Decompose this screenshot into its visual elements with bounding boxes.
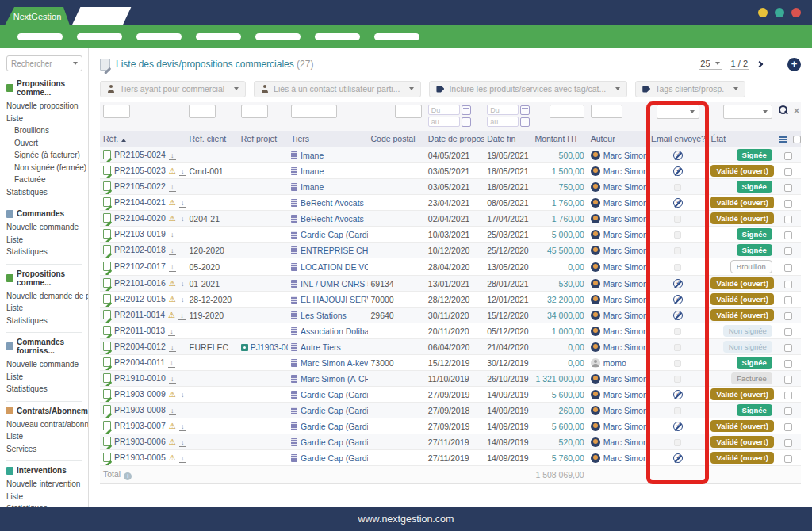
proposal-ref-link[interactable]: PR1903-0005 [114, 453, 166, 462]
page-size-select[interactable]: 25 [699, 59, 721, 70]
download-icon[interactable] [179, 392, 186, 399]
window-dot-yellow[interactable] [758, 8, 768, 17]
row-checkbox[interactable] [784, 423, 792, 431]
sidebar-item[interactable]: Statistiques [6, 315, 82, 327]
filter-tiers-input[interactable] [291, 105, 337, 118]
search-icon[interactable] [779, 105, 789, 116]
sidebar-item[interactable]: Liste [6, 371, 82, 384]
filter-code-postal-input[interactable] [395, 105, 422, 118]
proposal-ref-link[interactable]: PR2004-0012 [114, 342, 166, 351]
sidebar-section-header[interactable]: Commandes fourniss... [6, 338, 82, 355]
thirdparty-link[interactable]: Marc Simon A-kevin (A-Kevin) [301, 358, 367, 368]
thirdparty-link[interactable]: Gardie Cap (Gardie Cap) [301, 437, 367, 447]
menu-item-7[interactable] [374, 33, 419, 40]
col-code-postal[interactable]: Code postal [368, 131, 425, 147]
menu-item-6[interactable] [315, 33, 360, 40]
proposal-ref-link[interactable]: PR2011-0014 [114, 310, 165, 319]
col-email-envoye[interactable]: Email envoyé? [648, 131, 707, 147]
proposal-ref-link[interactable]: PR2104-0020 [114, 213, 166, 223]
col-date-fin[interactable]: Date fin [484, 131, 531, 147]
thirdparty-link[interactable]: Association Dolibarr [301, 327, 367, 336]
menu-item-3[interactable] [136, 33, 182, 40]
row-checkbox[interactable] [784, 231, 792, 239]
filter-email-select[interactable] [657, 105, 699, 119]
author-link[interactable]: momo [603, 358, 626, 368]
proposal-ref-link[interactable]: PR2103-0019 [114, 229, 166, 239]
filter-montant-input[interactable] [550, 105, 584, 118]
author-link[interactable]: Marc Simon [603, 437, 648, 447]
download-icon[interactable] [179, 216, 186, 223]
author-link[interactable]: Marc Simon [603, 151, 648, 160]
download-icon[interactable] [169, 247, 176, 255]
author-link[interactable]: Marc Simon [603, 198, 648, 208]
author-link[interactable]: Marc Simon [603, 214, 648, 223]
menu-item-5[interactable] [255, 33, 301, 40]
row-checkbox[interactable] [784, 328, 792, 336]
sidebar-item[interactable]: Brouillons [6, 124, 82, 137]
download-icon[interactable] [169, 231, 176, 239]
proposal-ref-link[interactable]: PR1903-0009 [114, 389, 166, 399]
sidebar-item[interactable]: Liste [6, 234, 82, 246]
sidebar-item[interactable]: Liste [6, 430, 82, 443]
row-checkbox[interactable] [784, 152, 792, 160]
download-icon[interactable] [169, 152, 176, 160]
filter-status-select[interactable] [723, 105, 772, 119]
author-link[interactable]: Marc Simon [603, 166, 648, 176]
thirdparty-link[interactable]: BeRecht Avocats [301, 214, 364, 223]
sidebar-item[interactable]: Signée (à facturer) [6, 149, 82, 162]
thirdparty-link[interactable]: Gardie Cap (Gardie Cap) [301, 422, 367, 431]
row-checkbox[interactable] [784, 184, 792, 192]
proposal-ref-link[interactable]: PR1910-0010 [114, 373, 166, 383]
thirdparty-link[interactable]: Imane [301, 182, 324, 192]
proposal-ref-link[interactable]: PR2104-0021 [114, 197, 166, 207]
proposal-ref-link[interactable]: PR1903-0007 [114, 421, 166, 430]
calendar-icon[interactable] [462, 105, 471, 115]
thirdparty-link[interactable]: Autre Tiers [301, 342, 341, 352]
filter-auteur-input[interactable] [591, 105, 622, 118]
author-link[interactable]: Marc Simon [603, 295, 648, 304]
row-checkbox[interactable] [784, 296, 792, 304]
calendar-icon[interactable] [520, 117, 530, 127]
download-icon[interactable] [179, 423, 186, 431]
proposal-ref-link[interactable]: PR1903-0006 [114, 437, 166, 446]
thirdparty-link[interactable]: INL / UMR CNRS 5512 (INL / ... [301, 279, 367, 288]
sidebar-item[interactable]: Liste [6, 113, 82, 125]
proposal-ref-link[interactable]: PR2012-0015 [114, 294, 166, 304]
thirdparty-link[interactable]: Gardie Cap (Gardie Cap) [301, 230, 367, 239]
col-tiers[interactable]: Tiers [288, 131, 367, 147]
sidebar-section-header[interactable]: Commandes [6, 209, 82, 218]
next-page-button[interactable] [756, 61, 763, 67]
sidebar-item[interactable]: Nouvelle commande [6, 358, 82, 371]
window-dot-teal[interactable] [775, 8, 784, 17]
select-columns-icon[interactable] [779, 136, 787, 143]
download-icon[interactable] [168, 328, 175, 336]
calendar-icon[interactable] [462, 117, 471, 127]
proposal-ref-link[interactable]: PR2101-0016 [114, 278, 166, 288]
thirdparty-link[interactable]: ENTREPRISE CHTIOUI [301, 246, 367, 255]
menu-item-2[interactable] [77, 33, 122, 40]
thirdparty-link[interactable]: Marc Simon (A-CHARIF) [301, 374, 367, 384]
author-link[interactable]: Marc Simon [603, 327, 648, 336]
proposal-ref-link[interactable]: PR1903-0008 [114, 405, 166, 414]
author-link[interactable]: Marc Simon [603, 342, 648, 352]
sales-rep-filter-select[interactable]: Tiers ayant pour commercial [100, 81, 246, 97]
sidebar-section-header[interactable]: Propositions comme... [6, 79, 82, 97]
col-auteur[interactable]: Auteur [588, 131, 648, 147]
sidebar-item[interactable]: Liste [6, 491, 82, 503]
author-link[interactable]: Marc Simon [603, 262, 648, 272]
thirdparty-link[interactable]: Gardie Cap (Gardie Cap) [301, 390, 367, 399]
sidebar-item[interactable]: Nouveau contrat/abonn. [6, 418, 82, 431]
filter-date-prop-from-input[interactable] [428, 105, 460, 115]
download-icon[interactable] [179, 296, 186, 304]
proposal-ref-link[interactable]: PR2102-0017 [114, 262, 166, 271]
sidebar-section-header[interactable]: Interventions [6, 466, 82, 475]
author-link[interactable]: Marc Simon [603, 230, 648, 239]
filter-ref-client-input[interactable] [189, 105, 216, 118]
thirdparty-link[interactable]: Les Stations [301, 311, 347, 320]
author-link[interactable]: Marc Simon [603, 422, 648, 431]
row-checkbox[interactable] [784, 168, 792, 176]
proposal-ref-link[interactable]: PR2004-0011 [114, 357, 165, 367]
thirdparty-link[interactable]: EL HAJOUJI SERVICES [301, 295, 367, 304]
author-link[interactable]: Marc Simon [603, 406, 648, 415]
sidebar-section-header[interactable]: Contrats/Abonnements [6, 407, 82, 415]
